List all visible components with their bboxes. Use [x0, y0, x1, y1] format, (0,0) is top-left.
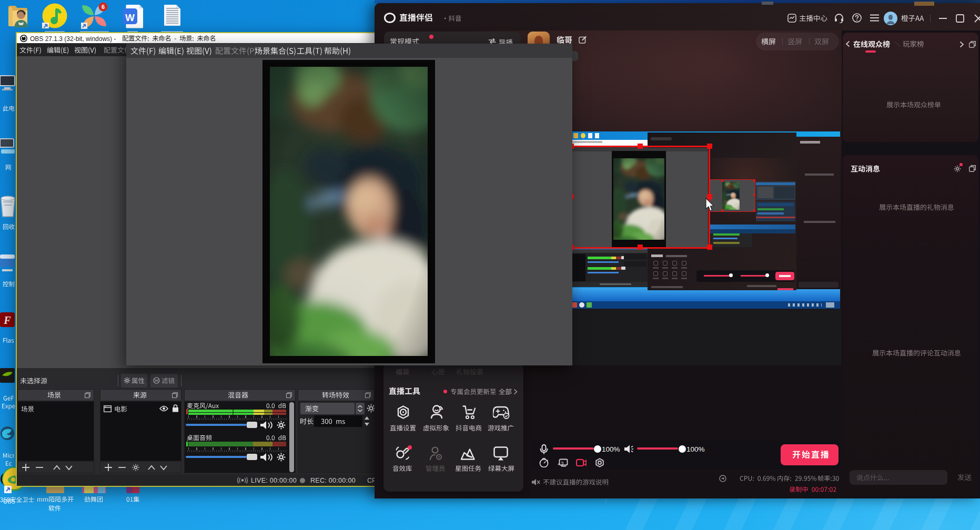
svg-text:W: W — [125, 12, 135, 23]
svg-text:6: 6 — [102, 4, 105, 10]
svg-text:5: 5 — [561, 461, 564, 465]
svg-text:F: F — [3, 314, 11, 326]
